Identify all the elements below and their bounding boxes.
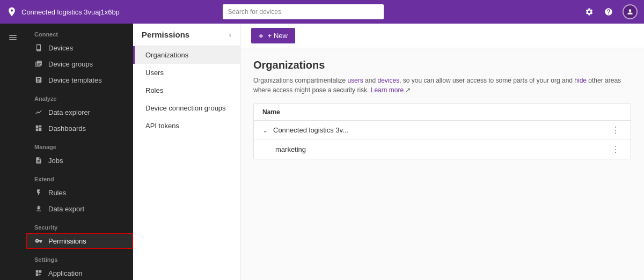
sidebar-narrow <box>0 24 26 280</box>
main-content: + + New Organizations Organizations comp… <box>240 24 644 280</box>
content-area: Organizations Organizations compartmenta… <box>240 48 644 170</box>
collapse-icon[interactable]: ‹ <box>229 31 231 39</box>
sidebar-section-analyze: Analyze Data explorer Dashboards <box>26 88 133 136</box>
table-header: Name <box>254 104 631 121</box>
sidebar-label-jobs: Jobs <box>48 157 63 165</box>
help-icon[interactable] <box>603 6 614 17</box>
row-actions-icon[interactable]: ⋮ <box>609 144 622 154</box>
main-layout: Connect Devices Device groups Device tem… <box>0 24 644 280</box>
sidebar-section-extend: Extend Rules Data export <box>26 168 133 217</box>
content-toolbar: + + New <box>240 24 644 48</box>
app-name-label: Connected logistics 3vuaj1x6bp <box>21 8 120 16</box>
dashboards-icon <box>34 124 43 132</box>
sub-sidebar: Permissions ‹ Organizations Users Roles … <box>133 24 240 280</box>
sidebar-label-devices: Devices <box>48 44 73 52</box>
jobs-icon <box>34 156 43 165</box>
user-avatar[interactable] <box>623 4 638 19</box>
search-input[interactable] <box>223 4 384 19</box>
organizations-table: Name ⌄ Connected logistics 3v... ⋮ marke… <box>253 104 631 159</box>
device-groups-icon <box>34 60 43 68</box>
settings-icon[interactable] <box>584 6 595 17</box>
section-label-extend: Extend <box>26 168 133 185</box>
page-title: Organizations <box>253 59 631 71</box>
table-cell-root-name: ⌄ Connected logistics 3v... <box>262 126 609 134</box>
table-row[interactable]: ⌄ Connected logistics 3v... ⋮ <box>254 121 631 140</box>
section-label-manage: Manage <box>26 136 133 152</box>
sidebar-item-data-export[interactable]: Data export <box>26 201 133 217</box>
sidebar-label-dashboards: Dashboards <box>48 124 86 132</box>
devices-link[interactable]: devices <box>377 77 399 84</box>
section-label-connect: Connect <box>26 24 133 40</box>
sidebar-item-devices[interactable]: Devices <box>26 40 133 56</box>
sidebar-item-device-groups[interactable]: Device groups <box>26 56 133 72</box>
topbar-icons <box>584 4 638 19</box>
section-label-settings: Settings <box>26 249 133 265</box>
sidebar-item-jobs[interactable]: Jobs <box>26 152 133 168</box>
sub-sidebar-title: Permissions <box>142 30 189 39</box>
table-cell-marketing-name: marketing <box>275 145 609 153</box>
data-export-icon <box>34 204 43 213</box>
sidebar-item-device-templates[interactable]: Device templates <box>26 72 133 88</box>
sidebar-label-rules: Rules <box>48 189 66 197</box>
root-org-name: Connected logistics 3v... <box>273 126 348 134</box>
learn-more-link[interactable]: Learn more <box>371 86 404 94</box>
sub-sidebar-item-api-tokens[interactable]: API tokens <box>133 117 240 135</box>
new-button-label: + New <box>268 32 288 40</box>
data-explorer-icon <box>34 108 43 116</box>
sidebar-item-permissions[interactable]: Permissions <box>26 233 133 249</box>
new-button[interactable]: + + New <box>251 28 295 43</box>
sub-sidebar-item-roles[interactable]: Roles <box>133 82 240 99</box>
sidebar-section-security: Security Permissions <box>26 217 133 249</box>
hamburger-menu-icon[interactable] <box>2 28 24 47</box>
sidebar-label-application: Application <box>48 269 83 277</box>
sidebar-label-device-groups: Device groups <box>48 60 93 68</box>
sidebar-item-data-explorer[interactable]: Data explorer <box>26 104 133 120</box>
location-pin-icon <box>6 6 17 17</box>
sidebar-section-settings: Settings Application Customization <box>26 249 133 280</box>
sidebar-label-data-explorer: Data explorer <box>48 108 90 116</box>
description-text: Organizations compartmentalize users and… <box>253 77 621 94</box>
permissions-icon <box>34 237 43 245</box>
section-label-security: Security <box>26 217 133 233</box>
sidebar-item-application[interactable]: Application <box>26 265 133 280</box>
marketing-org-name: marketing <box>275 145 306 153</box>
plus-icon: + <box>259 31 264 40</box>
sub-sidebar-item-organizations[interactable]: Organizations <box>133 46 240 64</box>
application-icon <box>34 269 43 277</box>
sidebar-label-data-export: Data export <box>48 205 84 213</box>
app-logo: Connected logistics 3vuaj1x6bp <box>6 6 120 17</box>
rules-icon <box>34 188 43 197</box>
column-header-name: Name <box>262 108 280 116</box>
sub-sidebar-header: Permissions ‹ <box>133 24 240 46</box>
sidebar-label-device-templates: Device templates <box>48 76 102 84</box>
sub-sidebar-item-users[interactable]: Users <box>133 64 240 82</box>
section-label-analyze: Analyze <box>26 88 133 104</box>
search-container <box>223 4 384 19</box>
topbar: Connected logistics 3vuaj1x6bp <box>0 0 644 24</box>
sub-sidebar-item-device-connection-groups[interactable]: Device connection groups <box>133 99 240 117</box>
users-link[interactable]: users <box>347 77 363 84</box>
page-description: Organizations compartmentalize users and… <box>253 76 631 95</box>
devices-icon <box>34 43 43 52</box>
expand-chevron-icon[interactable]: ⌄ <box>262 127 268 134</box>
table-row[interactable]: marketing ⋮ <box>254 140 631 159</box>
sidebar-item-dashboards[interactable]: Dashboards <box>26 120 133 136</box>
sidebar-label-permissions: Permissions <box>48 237 86 245</box>
sidebar-section-connect: Connect Devices Device groups Device tem… <box>26 24 133 88</box>
device-templates-icon <box>34 76 43 84</box>
hide-link[interactable]: hide <box>574 77 587 84</box>
sidebar-section-manage: Manage Jobs <box>26 136 133 168</box>
sidebar-wide: Connect Devices Device groups Device tem… <box>26 24 133 280</box>
row-actions-icon[interactable]: ⋮ <box>609 125 622 135</box>
sidebar-item-rules[interactable]: Rules <box>26 185 133 201</box>
